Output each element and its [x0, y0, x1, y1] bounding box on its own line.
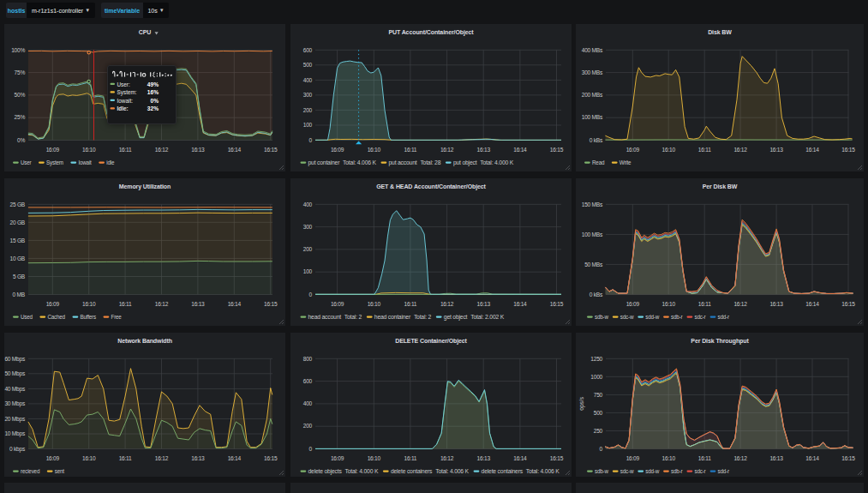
svg-text:16:09: 16:09	[626, 455, 640, 461]
svg-text:16:12: 16:12	[733, 455, 747, 461]
svg-text:750: 750	[594, 392, 603, 398]
svg-text:16:10: 16:10	[662, 300, 676, 306]
svg-text:16:12: 16:12	[440, 147, 454, 153]
svg-text:16:11: 16:11	[404, 300, 417, 306]
svg-text:sdb-w: sdb-w	[595, 313, 608, 319]
svg-text:sdb-r: sdb-r	[671, 468, 682, 474]
svg-text:16:14: 16:14	[228, 300, 242, 306]
svg-text:0 MB: 0 MB	[13, 291, 26, 297]
svg-text:Cached: Cached	[47, 313, 65, 319]
svg-text:idle: idle	[106, 159, 115, 165]
svg-text:Total: 4.006 K: Total: 4.006 K	[526, 468, 560, 474]
svg-text:16:11: 16:11	[698, 300, 711, 306]
svg-text:300: 300	[303, 223, 313, 229]
svg-text:400: 400	[303, 400, 313, 406]
svg-text:200: 200	[303, 246, 313, 252]
svg-text:16:09: 16:09	[331, 300, 344, 306]
svg-text:40 Mbps: 40 Mbps	[4, 386, 25, 393]
svg-text:16:12: 16:12	[155, 147, 169, 153]
svg-text:25%: 25%	[15, 114, 26, 120]
svg-text:30 Mbps: 30 Mbps	[4, 400, 25, 407]
svg-text:16:09: 16:09	[626, 147, 640, 153]
svg-text:15 GB: 15 GB	[10, 237, 26, 243]
svg-text:75%: 75%	[15, 69, 26, 75]
svg-text:System: System	[46, 159, 63, 166]
svg-text:16:10: 16:10	[662, 455, 676, 461]
svg-text:16:09: 16:09	[626, 300, 640, 306]
svg-text:16:15: 16:15	[264, 455, 278, 461]
svg-text:0: 0	[600, 446, 603, 452]
svg-text:200: 200	[303, 107, 313, 113]
svg-text:Free: Free	[111, 313, 123, 319]
svg-text:Buffers: Buffers	[81, 313, 96, 319]
svg-text:delete containers: delete containers	[391, 468, 433, 474]
svg-text:16:14: 16:14	[513, 455, 527, 461]
svg-text:400: 400	[303, 201, 313, 207]
svg-text:0%: 0%	[17, 137, 25, 143]
svg-text:Total: 4.000 K: Total: 4.000 K	[480, 159, 513, 165]
svg-text:Idle:: Idle:	[117, 105, 128, 111]
svg-text:16:11: 16:11	[119, 455, 132, 461]
svg-text:DELETE Container/Object: DELETE Container/Object	[395, 338, 467, 345]
svg-text:sdb-w: sdb-w	[595, 468, 608, 474]
svg-text:10 GB: 10 GB	[10, 255, 26, 261]
svg-text:PUT Account/Container/Object: PUT Account/Container/Object	[388, 29, 474, 36]
svg-text:10 Mbps: 10 Mbps	[4, 430, 25, 437]
svg-text:16:10: 16:10	[368, 147, 381, 153]
svg-text:16:14: 16:14	[513, 300, 527, 306]
svg-text:Memory Utilization: Memory Utilization	[119, 183, 171, 190]
svg-text:head container: head container	[374, 313, 411, 319]
svg-text:head account: head account	[308, 313, 342, 319]
svg-text:Per Disk BW: Per Disk BW	[703, 183, 738, 189]
svg-text:300 MBs: 300 MBs	[582, 69, 603, 75]
svg-text:Write: Write	[620, 159, 632, 165]
svg-text:delete objects: delete objects	[308, 468, 343, 475]
svg-text:49%: 49%	[147, 81, 158, 87]
svg-text:Used: Used	[21, 313, 33, 319]
svg-text:16:15: 16:15	[264, 147, 278, 153]
svg-text:sdb-r: sdb-r	[671, 313, 682, 319]
svg-text:16:15: 16:15	[841, 147, 855, 153]
svg-text:250: 250	[594, 428, 603, 434]
svg-text:16:14: 16:14	[228, 147, 242, 153]
svg-text:put container: put container	[308, 159, 341, 166]
svg-text:16:09: 16:09	[46, 147, 60, 153]
svg-text:25 GB: 25 GB	[10, 201, 26, 207]
svg-text:32%: 32%	[147, 105, 158, 111]
svg-text:100 MBs: 100 MBs	[582, 114, 603, 120]
svg-text:16:09: 16:09	[331, 455, 344, 461]
svg-text:Total: 2.002 K: Total: 2.002 K	[470, 313, 504, 319]
svg-text:100: 100	[303, 122, 313, 128]
svg-text:16:11: 16:11	[404, 455, 417, 461]
svg-text:20 Mbps: 20 Mbps	[4, 416, 25, 423]
svg-text:0: 0	[309, 446, 313, 452]
svg-text:16:12: 16:12	[733, 300, 747, 306]
svg-text:60 Mbps: 60 Mbps	[4, 356, 25, 363]
svg-text:16:14: 16:14	[513, 147, 527, 153]
svg-text:CPU: CPU	[139, 29, 152, 35]
svg-text:Network Bandwidth: Network Bandwidth	[117, 338, 172, 344]
svg-text:0: 0	[309, 291, 313, 297]
svg-text:sdd-w: sdd-w	[645, 313, 659, 319]
svg-text:200: 200	[303, 423, 313, 429]
svg-text:16:11: 16:11	[119, 300, 132, 306]
svg-text:sdd-w: sdd-w	[645, 468, 659, 474]
svg-text:recieved: recieved	[21, 468, 40, 474]
svg-text:16:14: 16:14	[228, 455, 242, 461]
svg-text:200 MBs: 200 MBs	[582, 92, 603, 98]
svg-text:put object: put object	[453, 159, 477, 166]
svg-text:Total: 4.006 K: Total: 4.006 K	[435, 468, 469, 474]
svg-text:5 GB: 5 GB	[13, 273, 26, 279]
svg-text:50 Mbps: 50 Mbps	[4, 370, 25, 377]
svg-text:600: 600	[303, 47, 313, 53]
svg-text:Total: 2: Total: 2	[344, 313, 362, 319]
svg-text:delete containers: delete containers	[482, 468, 524, 474]
svg-text:100 MBs: 100 MBs	[582, 231, 603, 237]
svg-text:150 MBs: 150 MBs	[582, 201, 603, 207]
svg-text:put account: put account	[389, 159, 417, 166]
svg-text:System:: System:	[117, 89, 136, 96]
svg-text:16:12: 16:12	[733, 147, 747, 153]
svg-text:16:10: 16:10	[82, 300, 96, 306]
svg-text:16:10: 16:10	[368, 455, 381, 461]
svg-text:sdc-r: sdc-r	[695, 468, 706, 474]
